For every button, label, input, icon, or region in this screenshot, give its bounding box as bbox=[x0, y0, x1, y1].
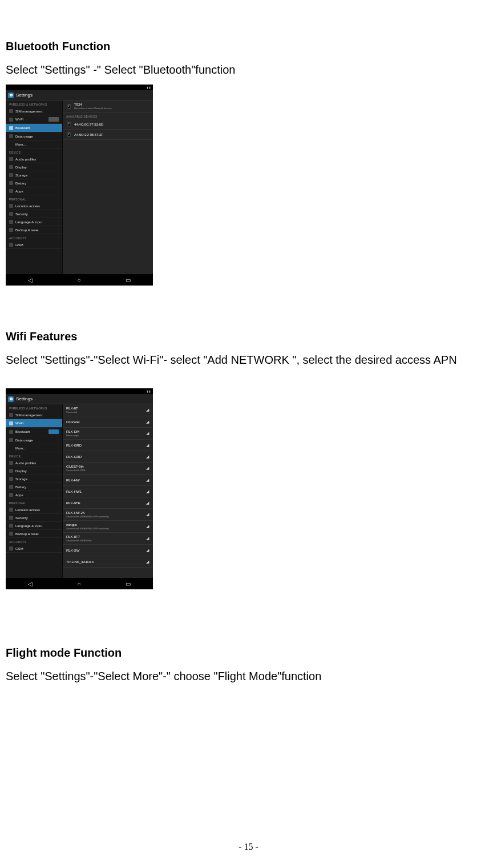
category-personal: PERSONAL bbox=[6, 195, 62, 202]
sidebar-backup[interactable]: Backup & reset bbox=[6, 530, 62, 538]
wifi-signal-icon: ◢ bbox=[146, 408, 149, 412]
wifi-network-row[interactable]: RLK-8TConnected◢ bbox=[63, 404, 153, 416]
sidebar-audio[interactable]: Audio profiles bbox=[6, 155, 62, 163]
wifi-network-sub: Secured with WPA/WPA2 (WPS available) bbox=[66, 515, 109, 518]
wifi-network-row[interactable]: RLK-9TE◢ bbox=[63, 497, 153, 509]
settings-icon bbox=[8, 93, 14, 98]
sidebar-backup[interactable]: Backup & reset bbox=[6, 226, 62, 234]
wifi-network-name: RLK-9TE bbox=[66, 501, 80, 505]
wifi-network-row[interactable]: Chocolet◢ bbox=[63, 416, 153, 428]
sidebar-storage[interactable]: Storage bbox=[6, 171, 62, 179]
sidebar-audio[interactable]: Audio profiles bbox=[6, 459, 62, 467]
sidebar-battery[interactable]: Battery bbox=[6, 483, 62, 491]
sidebar-display[interactable]: Display bbox=[6, 163, 62, 171]
wifi-signal-icon: ◢ bbox=[146, 560, 149, 564]
sidebar-data[interactable]: Data usage bbox=[6, 132, 62, 140]
sidebar-lang[interactable]: Language & input bbox=[6, 218, 62, 226]
category-wireless: WIRELESS & NETWORKS bbox=[6, 101, 62, 107]
backup-icon bbox=[9, 532, 13, 536]
wifi-icon bbox=[9, 421, 13, 425]
sidebar-bluetooth[interactable]: Bluetooth bbox=[6, 428, 62, 436]
wifi-signal-icon: ◢ bbox=[146, 467, 149, 471]
wifi-network-sub: Secured with WPA bbox=[66, 469, 85, 472]
apps-icon bbox=[9, 189, 13, 193]
wifi-signal-icon: ◢ bbox=[146, 420, 149, 424]
sidebar-wifi[interactable]: Wi-Fi bbox=[6, 115, 62, 124]
sidebar-more[interactable]: More... bbox=[6, 444, 62, 452]
bluetooth-icon bbox=[9, 126, 13, 130]
home-button[interactable]: ○ bbox=[77, 277, 80, 283]
bluetooth-screenshot: ▮ ▮ Settings WIRELESS & NETWORKS SIM man… bbox=[6, 85, 153, 286]
sidebar-data[interactable]: Data usage bbox=[6, 436, 62, 444]
wifi-screenshot: ▮ ▮ Settings WIRELESS & NETWORKS SIM man… bbox=[6, 388, 153, 589]
flight-heading: Flight mode Function bbox=[6, 646, 491, 660]
category-accounts: ACCOUNTS bbox=[6, 234, 62, 241]
sidebar-lang[interactable]: Language & input bbox=[6, 522, 62, 530]
location-icon bbox=[9, 508, 13, 512]
wifi-signal-icon: ◢ bbox=[146, 443, 149, 447]
sidebar-sim[interactable]: SIM management bbox=[6, 411, 62, 419]
wifi-network-row[interactable]: RLK-GRD◢ bbox=[63, 440, 153, 451]
sidebar-display[interactable]: Display bbox=[6, 467, 62, 475]
wifi-network-name: RLK-8T bbox=[66, 407, 78, 410]
sidebar-bluetooth[interactable]: Bluetooth bbox=[6, 124, 62, 132]
sidebar-location[interactable]: Location access bbox=[6, 506, 62, 514]
wifi-network-row[interactable]: RLK-8T7Secured with WPA/WPA2◢ bbox=[63, 533, 153, 545]
gsm-icon bbox=[9, 546, 13, 550]
sidebar-more[interactable]: More... bbox=[6, 140, 62, 148]
recent-button[interactable]: ▭ bbox=[126, 277, 131, 283]
wifi-network-name: RLK-HW1 bbox=[66, 490, 82, 493]
wifi-network-row[interactable]: RLK-DMNot in range◢ bbox=[63, 428, 153, 440]
wifi-network-name: Chocolet bbox=[66, 420, 80, 424]
settings-sidebar: WIRELESS & NETWORKS SIM management Wi-Fi… bbox=[6, 404, 63, 578]
sidebar-battery[interactable]: Battery bbox=[6, 179, 62, 187]
app-header: Settings bbox=[6, 90, 153, 101]
wifi-network-name: RLK-SW bbox=[66, 549, 79, 552]
back-button[interactable]: ◁ bbox=[28, 277, 33, 283]
lang-icon bbox=[9, 524, 13, 528]
sidebar-apps[interactable]: Apps bbox=[6, 187, 62, 195]
wifi-toggle[interactable] bbox=[49, 421, 59, 425]
bluetooth-toggle[interactable] bbox=[49, 429, 59, 434]
wifi-network-row[interactable]: TP-LINK_4A1D14◢ bbox=[63, 556, 153, 568]
bt-device-1[interactable]: 📱44:4C:0C:77:52:0D bbox=[63, 119, 153, 130]
sidebar-gsm[interactable]: GSM bbox=[6, 545, 62, 553]
wifi-network-sub: Connected bbox=[66, 411, 78, 413]
sidebar-security[interactable]: Security bbox=[6, 514, 62, 522]
wifi-network-row[interactable]: RLK-GRD◢ bbox=[63, 451, 153, 463]
sidebar-location[interactable]: Location access bbox=[6, 202, 62, 210]
wifi-network-row[interactable]: cangkuSecured with WPA/WPA2 (WPS availab… bbox=[63, 521, 153, 533]
bt-device-2[interactable]: 📱A4:5D:22:7B:57:2F bbox=[63, 130, 153, 140]
sidebar-apps[interactable]: Apps bbox=[6, 491, 62, 499]
sidebar-security[interactable]: Security bbox=[6, 210, 62, 218]
wifi-network-name: RLK-GRD bbox=[66, 455, 82, 459]
category-device: DEVICE bbox=[6, 452, 62, 459]
sidebar-sim[interactable]: SIM management bbox=[6, 107, 62, 115]
recent-button[interactable]: ▭ bbox=[126, 581, 131, 587]
flight-text: Select "Settings"-"Select More"-" choose… bbox=[6, 669, 491, 684]
wifi-heading: Wifi Features bbox=[6, 330, 491, 343]
sidebar-gsm[interactable]: GSM bbox=[6, 241, 62, 249]
bluetooth-toggle[interactable] bbox=[49, 126, 59, 130]
home-button[interactable]: ○ bbox=[77, 581, 80, 587]
wifi-network-row[interactable]: RLK-HW1◢ bbox=[63, 486, 153, 497]
wifi-network-name: TP-LINK_4A1D14 bbox=[66, 560, 94, 564]
audio-icon bbox=[9, 461, 13, 465]
wifi-signal-icon: ◢ bbox=[146, 537, 149, 541]
sidebar-storage[interactable]: Storage bbox=[6, 475, 62, 483]
wifi-network-name: RLK-HW bbox=[66, 479, 80, 482]
wifi-signal-icon: ◢ bbox=[146, 548, 149, 552]
bt-device-name-row[interactable]: 📱 T824Not visible to other Bluetooth dev… bbox=[63, 101, 153, 112]
back-button[interactable]: ◁ bbox=[28, 581, 33, 587]
wifi-network-row[interactable]: RLK-HW-2KSecured with WPA/WPA2 (WPS avai… bbox=[63, 509, 153, 521]
wifi-network-row[interactable]: GUEST-9thSecured with WPA◢ bbox=[63, 463, 153, 475]
location-icon bbox=[9, 204, 13, 208]
wifi-network-row[interactable]: RLK-SW◢ bbox=[63, 545, 153, 556]
wifi-text: Select "Settings"-"Select Wi-Fi"- select… bbox=[6, 352, 491, 368]
wifi-toggle[interactable] bbox=[49, 117, 59, 122]
category-personal: PERSONAL bbox=[6, 499, 62, 506]
settings-icon bbox=[8, 396, 14, 402]
wifi-network-row[interactable]: RLK-HW◢ bbox=[63, 475, 153, 486]
sidebar-wifi[interactable]: Wi-Fi bbox=[6, 419, 62, 428]
wifi-signal-icon: ◢ bbox=[146, 525, 149, 529]
